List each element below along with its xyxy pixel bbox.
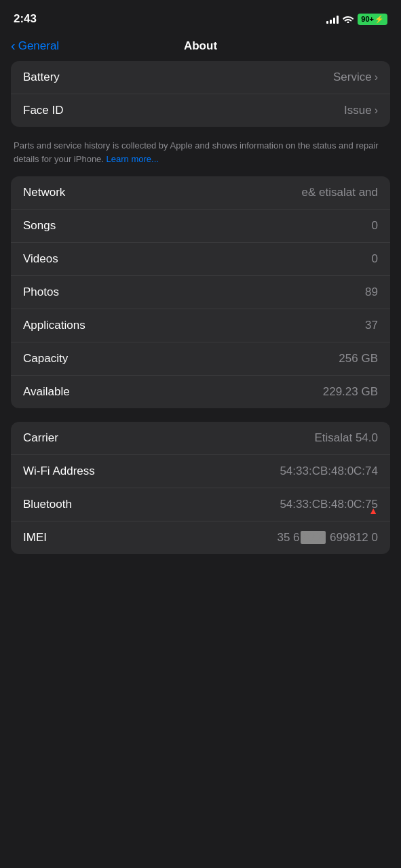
signal-icon [326, 14, 339, 24]
capacity-row: Capacity 256 GB [11, 342, 390, 376]
wifi-icon [343, 15, 354, 23]
bluetooth-row: Bluetooth 54:33:CB:48:0C:75▲ [11, 488, 390, 521]
applications-label: Applications [23, 319, 85, 332]
available-value: 229.23 GB [323, 385, 378, 399]
face-id-row[interactable]: Face ID Issue › [11, 94, 390, 127]
photos-value: 89 [365, 285, 378, 299]
network-value: e& etisalat and [302, 186, 378, 199]
content-area: Battery Service › Face ID Issue › Parts … [0, 61, 401, 554]
status-icons: 90+ ⚡ [326, 14, 387, 25]
battery-value: Service › [333, 71, 378, 84]
face-id-value: Issue › [344, 104, 378, 117]
applications-value: 37 [365, 319, 378, 332]
battery-indicator: 90+ ⚡ [358, 14, 387, 25]
bluetooth-label: Bluetooth [23, 498, 72, 511]
network-row: Network e& etisalat and [11, 176, 390, 210]
wifi-address-row: Wi-Fi Address 54:33:CB:48:0C:74 [11, 455, 390, 488]
battery-row[interactable]: Battery Service › [11, 61, 390, 94]
device-info-card: Network e& etisalat and Songs 0 Videos 0… [11, 176, 390, 408]
face-id-label: Face ID [23, 104, 64, 117]
videos-value: 0 [372, 252, 378, 266]
capacity-value: 256 GB [339, 352, 378, 366]
battery-label: Battery [23, 71, 60, 84]
battery-chevron-icon: › [375, 71, 378, 83]
capacity-label: Capacity [23, 352, 68, 366]
learn-more-link[interactable]: Learn more... [107, 154, 159, 164]
photos-label: Photos [23, 285, 59, 299]
carrier-value: Etisalat 54.0 [314, 431, 378, 445]
service-section-card: Battery Service › Face ID Issue › [11, 61, 390, 127]
songs-value: 0 [372, 219, 378, 233]
back-chevron-icon: ‹ [11, 38, 16, 54]
navigation-bar: ‹ General About [0, 34, 401, 61]
videos-row: Videos 0 [11, 243, 390, 276]
page-title: About [184, 39, 217, 53]
face-id-chevron-icon: › [375, 104, 378, 117]
back-label: General [18, 39, 59, 53]
songs-label: Songs [23, 219, 56, 233]
wifi-address-value: 54:33:CB:48:0C:74 [280, 465, 378, 478]
service-info-text: Parts and service history is collected b… [11, 132, 390, 176]
applications-row: Applications 37 [11, 309, 390, 342]
wifi-address-label: Wi-Fi Address [23, 465, 95, 478]
imei-value: 35 67008 699812 0 [277, 531, 378, 545]
videos-label: Videos [23, 252, 58, 266]
available-label: Available [23, 385, 70, 399]
bluetooth-value: 54:33:CB:48:0C:75▲ [280, 498, 378, 511]
photos-row: Photos 89 [11, 276, 390, 309]
imei-label: IMEI [23, 531, 47, 545]
available-row: Available 229.23 GB [11, 376, 390, 408]
carrier-label: Carrier [23, 431, 58, 445]
imei-row: IMEI 35 67008 699812 0 [11, 521, 390, 554]
back-button[interactable]: ‹ General [11, 39, 59, 54]
status-bar: 2:43 90+ ⚡ [0, 0, 401, 34]
carrier-row: Carrier Etisalat 54.0 [11, 422, 390, 455]
network-label: Network [23, 186, 65, 199]
network-info-card: Carrier Etisalat 54.0 Wi-Fi Address 54:3… [11, 422, 390, 554]
songs-row: Songs 0 [11, 210, 390, 243]
status-time: 2:43 [14, 12, 37, 26]
